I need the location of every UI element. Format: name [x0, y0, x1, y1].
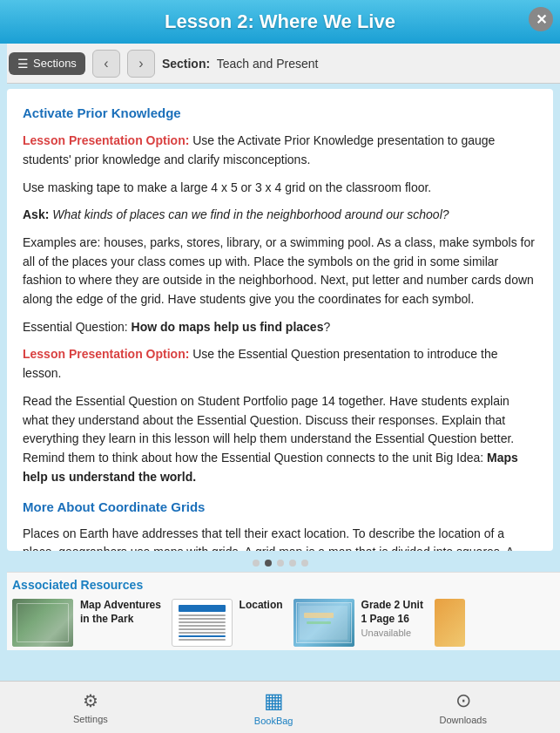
resource-item-3[interactable]: Grade 2 Unit 1 Page 16 Unavailable: [293, 599, 426, 647]
resource-thumb-4: [435, 599, 465, 647]
associated-resources: Associated Resources Map Adventures in t…: [0, 572, 560, 650]
prev-button[interactable]: ‹: [92, 50, 120, 78]
close-button[interactable]: ✕: [529, 7, 553, 31]
paragraph-4: Examples are: houses, parks, stores, lib…: [23, 234, 537, 309]
bookbag-label: BookBag: [254, 716, 293, 726]
big-idea-text: Maps help us understand the world.: [23, 451, 518, 484]
paragraph-6: Lesson Presentation Option: Use the Esse…: [23, 345, 537, 383]
resources-row: Map Adventures in the Park Loca: [12, 599, 548, 647]
dot-4[interactable]: [289, 560, 296, 567]
resource-item-1[interactable]: Map Adventures in the Park: [12, 599, 163, 647]
paragraph-1: Lesson Presentation Option: Use the Acti…: [23, 132, 537, 169]
section-name: Teach and Present: [217, 57, 319, 71]
downloads-label: Downloads: [440, 715, 487, 725]
sections-icon: ☰: [17, 57, 29, 71]
bookbag-icon: ▦: [264, 689, 284, 713]
resource-info-3: Grade 2 Unit 1 Page 16 Unavailable: [361, 599, 426, 638]
page-title: Lesson 2: Where We Live: [165, 10, 395, 33]
dot-5[interactable]: [301, 560, 308, 567]
page-dots: [0, 554, 560, 572]
paragraph-3: Ask: What kinds of places can we find in…: [23, 206, 537, 225]
section-label: Section: Teach and Present: [162, 57, 319, 71]
essential-question-text: How do maps help us find places: [132, 320, 324, 334]
content-title: Activate Prior Knowledge: [23, 103, 537, 123]
ask-text: What kinds of places can we find in the …: [52, 207, 449, 221]
bottom-nav: ⚙ Settings ▦ BookBag ⊙ Downloads: [0, 681, 560, 733]
downloads-icon: ⊙: [455, 689, 471, 712]
left-edge-decoration: [0, 44, 7, 681]
nav-settings[interactable]: ⚙ Settings: [73, 690, 108, 724]
paragraph-7: Read the Essential Question on Student P…: [23, 392, 537, 486]
resource-info-2: Location: [240, 599, 285, 614]
settings-icon: ⚙: [83, 690, 98, 711]
dot-2[interactable]: [265, 560, 272, 567]
resource-unavail-3: Unavailable: [361, 628, 426, 638]
resource-info-1: Map Adventures in the Park: [80, 599, 163, 628]
resource-thumb-3: [293, 599, 354, 647]
paragraph-9: Places on Earth have addresses that tell…: [23, 525, 537, 552]
paragraph-5: Essential Question: How do maps help us …: [23, 318, 537, 337]
resource-name-1: Map Adventures in the Park: [80, 599, 163, 626]
sections-label: Sections: [33, 57, 77, 70]
header: Lesson 2: Where We Live ✕: [0, 0, 560, 44]
content-scroll[interactable]: Activate Prior Knowledge Lesson Presenta…: [7, 89, 553, 551]
dot-1[interactable]: [253, 560, 260, 567]
dot-3[interactable]: [277, 560, 284, 567]
sections-button[interactable]: ☰ Sections: [9, 52, 85, 75]
resource-thumb-2: [172, 599, 233, 647]
nav-bookbag[interactable]: ▦ BookBag: [254, 689, 293, 726]
ask-label: Ask:: [23, 207, 49, 221]
section-heading: More About Coordinate Grids: [23, 497, 537, 517]
toolbar: ☰ Sections ‹ › Section: Teach and Presen…: [0, 44, 560, 84]
resource-item-2[interactable]: Location: [172, 599, 285, 647]
next-button[interactable]: ›: [127, 50, 155, 78]
settings-label: Settings: [73, 714, 108, 724]
resource-item-4[interactable]: [435, 599, 548, 647]
main-content: Activate Prior Knowledge Lesson Presenta…: [7, 89, 553, 551]
resource-name-2: Location: [240, 599, 285, 613]
resource-thumb-1: [12, 599, 73, 647]
lesson-option-label-2: Lesson Presentation Option:: [23, 347, 189, 361]
section-prefix: Section:: [162, 57, 210, 71]
nav-downloads[interactable]: ⊙ Downloads: [440, 689, 487, 725]
resource-name-3: Grade 2 Unit 1 Page 16: [361, 599, 426, 626]
paragraph-2: Use masking tape to make a large 4 x 5 o…: [23, 179, 537, 198]
assoc-resources-title: Associated Resources: [12, 578, 548, 592]
lesson-option-label-1: Lesson Presentation Option:: [23, 133, 189, 147]
